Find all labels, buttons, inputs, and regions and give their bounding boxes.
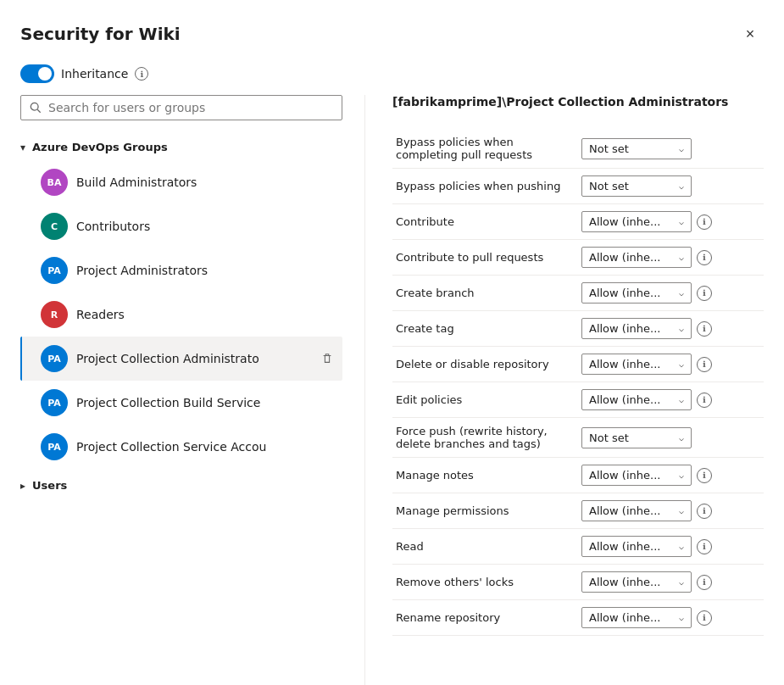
permission-dropdown-11[interactable]: Allow (inhe...⌵ [581, 536, 692, 557]
permission-dropdown-3[interactable]: Allow (inhe...⌵ [581, 247, 692, 268]
permission-control-11: Allow (inhe...⌵ℹ [578, 529, 764, 565]
permission-info-icon-11[interactable]: ℹ [697, 539, 712, 554]
permission-row-5: Create tagAllow (inhe...⌵ℹ [392, 311, 764, 347]
permission-name-8: Force push (rewrite history, delete bran… [392, 418, 578, 458]
users-chevron-icon: ▸ [20, 480, 25, 492]
search-placeholder: Search for users or groups [48, 101, 205, 114]
permission-row-12: Remove others' locksAllow (inhe...⌵ℹ [392, 565, 764, 600]
permission-name-5: Create tag [392, 311, 578, 347]
group-item-5[interactable]: PAProject Collection Build Service [20, 381, 342, 425]
permission-dropdown-8[interactable]: Not set⌵ [581, 427, 692, 448]
permission-value-7: Allow (inhe... [589, 393, 676, 406]
permission-dropdown-6[interactable]: Allow (inhe...⌵ [581, 354, 692, 375]
permission-value-11: Allow (inhe... [589, 540, 676, 553]
permission-control-2: Allow (inhe...⌵ℹ [578, 204, 764, 240]
groups-section-label: Azure DevOps Groups [32, 141, 168, 153]
permission-value-9: Allow (inhe... [589, 469, 676, 482]
permission-dropdown-12[interactable]: Allow (inhe...⌵ [581, 571, 692, 593]
group-name-3: Readers [76, 308, 336, 321]
groups-chevron-icon: ▾ [20, 142, 25, 153]
group-name-2: Project Administrators [76, 264, 336, 277]
permission-dropdown-0[interactable]: Not set⌵ [581, 138, 692, 159]
permission-control-0: Not set⌵ [578, 129, 764, 169]
permission-dropdown-7[interactable]: Allow (inhe...⌵ [581, 389, 692, 410]
users-section-header[interactable]: ▸ Users [20, 472, 342, 498]
permission-info-icon-4[interactable]: ℹ [697, 286, 712, 301]
dropdown-chevron-icon-12: ⌵ [679, 577, 684, 587]
search-icon [30, 102, 42, 114]
inheritance-toggle[interactable] [20, 64, 54, 83]
left-panel: Search for users or groups ▾ Azure DevOp… [20, 95, 351, 685]
dropdown-chevron-icon-4: ⌵ [679, 288, 684, 298]
permission-name-13: Rename repository [392, 600, 578, 636]
permission-value-8: Not set [589, 432, 676, 444]
group-name-5: Project Collection Build Service [76, 396, 336, 409]
dropdown-chevron-icon-10: ⌵ [679, 506, 684, 515]
inheritance-row: Inheritance ℹ [20, 64, 764, 83]
dropdown-chevron-icon-0: ⌵ [679, 144, 684, 153]
permission-dropdown-10[interactable]: Allow (inhe...⌵ [581, 500, 692, 521]
group-avatar-5: PA [41, 389, 68, 416]
group-avatar-0: BA [41, 169, 68, 196]
permission-name-1: Bypass policies when pushing [392, 169, 578, 204]
permission-dropdown-4[interactable]: Allow (inhe...⌵ [581, 282, 692, 304]
permission-info-icon-6[interactable]: ℹ [697, 357, 712, 372]
permission-info-icon-9[interactable]: ℹ [697, 468, 712, 483]
permission-dropdown-1[interactable]: Not set⌵ [581, 175, 692, 197]
groups-list: BABuild AdministratorsCContributorsPAPro… [20, 160, 342, 469]
permissions-table: Bypass policies when completing pull req… [392, 129, 764, 636]
search-box[interactable]: Search for users or groups [20, 95, 342, 120]
permission-name-9: Manage notes [392, 458, 578, 493]
permission-name-3: Contribute to pull requests [392, 240, 578, 276]
permission-control-5: Allow (inhe...⌵ℹ [578, 311, 764, 347]
users-section-label: Users [32, 479, 67, 492]
group-item-4[interactable]: PAProject Collection Administrato [20, 337, 342, 381]
permission-info-icon-2[interactable]: ℹ [697, 214, 712, 230]
group-name-4: Project Collection Administrato [76, 352, 310, 365]
permission-row-9: Manage notesAllow (inhe...⌵ℹ [392, 458, 764, 493]
dropdown-chevron-icon-3: ⌵ [679, 253, 684, 262]
groups-section: ▾ Azure DevOps Groups BABuild Administra… [20, 134, 342, 685]
permission-value-4: Allow (inhe... [589, 287, 676, 299]
close-button[interactable]: × [737, 20, 764, 47]
permission-info-icon-3[interactable]: ℹ [697, 250, 712, 265]
permission-name-0: Bypass policies when completing pull req… [392, 129, 578, 169]
permission-row-7: Edit policiesAllow (inhe...⌵ℹ [392, 382, 764, 418]
dropdown-chevron-icon-6: ⌵ [679, 359, 684, 369]
permission-name-4: Create branch [392, 276, 578, 311]
permission-row-4: Create branchAllow (inhe...⌵ℹ [392, 276, 764, 311]
permission-control-3: Allow (inhe...⌵ℹ [578, 240, 764, 276]
permission-row-10: Manage permissionsAllow (inhe...⌵ℹ [392, 493, 764, 529]
right-panel: [fabrikamprime]\Project Collection Admin… [379, 95, 764, 685]
selected-group-title: [fabrikamprime]\Project Collection Admin… [392, 95, 764, 115]
permission-info-icon-5[interactable]: ℹ [697, 321, 712, 337]
permission-value-10: Allow (inhe... [589, 504, 676, 517]
group-item-6[interactable]: PAProject Collection Service Accou [20, 425, 342, 469]
permission-dropdown-9[interactable]: Allow (inhe...⌵ [581, 465, 692, 486]
permission-dropdown-2[interactable]: Allow (inhe...⌵ [581, 211, 692, 232]
toggle-knob [38, 67, 52, 81]
permission-info-icon-13[interactable]: ℹ [697, 610, 712, 626]
permission-control-9: Allow (inhe...⌵ℹ [578, 458, 764, 493]
permission-dropdown-13[interactable]: Allow (inhe...⌵ [581, 607, 692, 628]
group-item-3[interactable]: RReaders [20, 292, 342, 337]
azure-devops-groups-header[interactable]: ▾ Azure DevOps Groups [20, 134, 342, 160]
dropdown-chevron-icon-9: ⌵ [679, 471, 684, 480]
delete-group-icon-4[interactable] [319, 350, 336, 367]
permission-row-13: Rename repositoryAllow (inhe...⌵ℹ [392, 600, 764, 636]
dropdown-chevron-icon-7: ⌵ [679, 395, 684, 404]
group-item-1[interactable]: CContributors [20, 204, 342, 248]
permission-dropdown-5[interactable]: Allow (inhe...⌵ [581, 318, 692, 339]
group-item-2[interactable]: PAProject Administrators [20, 248, 342, 292]
permission-info-icon-12[interactable]: ℹ [697, 575, 712, 590]
dialog-title: Security for Wiki [20, 24, 181, 44]
permission-row-2: ContributeAllow (inhe...⌵ℹ [392, 204, 764, 240]
permission-control-1: Not set⌵ [578, 169, 764, 204]
permission-row-11: ReadAllow (inhe...⌵ℹ [392, 529, 764, 565]
permission-info-icon-7[interactable]: ℹ [697, 393, 712, 408]
inheritance-info-icon[interactable]: ℹ [135, 67, 148, 81]
permission-info-icon-10[interactable]: ℹ [697, 504, 712, 519]
inheritance-label: Inheritance [61, 67, 128, 81]
permission-value-2: Allow (inhe... [589, 215, 676, 228]
group-item-0[interactable]: BABuild Administrators [20, 160, 342, 204]
